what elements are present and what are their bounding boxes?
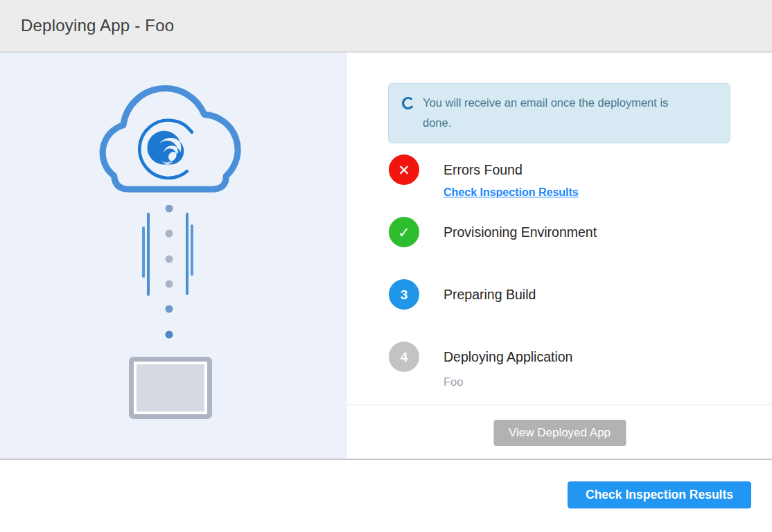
error-x-icon: ✕ (389, 154, 419, 185)
cloud-icon (87, 80, 251, 200)
success-check-icon: ✓ (389, 217, 419, 247)
dialog-footer: Check Inspection Results (0, 460, 772, 532)
step-label: Deploying Application (444, 342, 572, 372)
step-label: Provisioning Environment (444, 217, 597, 247)
check-inspection-results-button[interactable]: Check Inspection Results (568, 481, 751, 508)
alert-message: You will receive an email once the deplo… (423, 93, 694, 133)
monitor-screen (137, 364, 204, 411)
step-provisioning-environment: ✓ Provisioning Environment (389, 217, 597, 247)
monitor-icon (129, 357, 212, 419)
step-number-badge: 3 (389, 279, 419, 310)
deployment-dialog: Deploying App - Foo (0, 0, 772, 532)
panel-divider (347, 405, 772, 405)
step-number-badge: 4 (389, 342, 419, 372)
step-errors-found: ✕ Errors Found Check Inspection Results (389, 154, 579, 200)
wavemaker-logo-icon (128, 108, 209, 190)
data-transfer-icon (135, 205, 204, 344)
dialog-header: Deploying App - Foo (0, 0, 772, 53)
deployment-status-panel: You will receive an email once the deplo… (347, 53, 772, 459)
deployment-email-alert: You will receive an email once the deplo… (388, 83, 730, 143)
step-preparing-build: 3 Preparing Build (389, 279, 536, 310)
app-name-label: Foo (444, 375, 572, 389)
dialog-title: Deploying App - Foo (21, 16, 174, 35)
deployment-illustration-panel (0, 53, 347, 459)
step-label: Errors Found (444, 154, 579, 185)
step-label: Preparing Build (444, 279, 536, 310)
step-deploying-application: 4 Deploying Application Foo (389, 342, 572, 389)
spinner-icon (401, 96, 415, 110)
dialog-body: You will receive an email once the deplo… (0, 53, 772, 460)
check-inspection-results-link[interactable]: Check Inspection Results (444, 186, 579, 200)
view-deployed-app-button[interactable]: View Deployed App (493, 420, 626, 446)
